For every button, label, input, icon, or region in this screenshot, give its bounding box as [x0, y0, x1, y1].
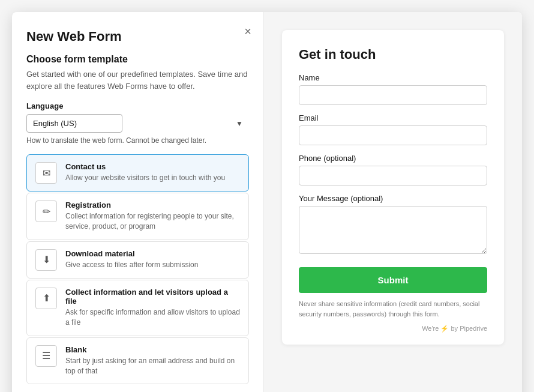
template-item-blank[interactable]: ☰ Blank Start by just asking for an emai… [26, 337, 249, 385]
modal-title: New Web Form [26, 29, 249, 44]
powered-by: We're ⚡ by Pipedrive [299, 325, 487, 333]
modal-container: New Web Form × Choose form template Get … [12, 12, 522, 392]
privacy-note: Never share sensitive information (credi… [299, 299, 487, 319]
preview-field-input-2[interactable] [299, 166, 487, 185]
preview-field-input-3[interactable] [299, 206, 487, 254]
preview-field-input-0[interactable] [299, 85, 487, 105]
template-icon-registration: ✏ [35, 201, 57, 222]
template-info-registration: Registration Collect information for reg… [65, 201, 240, 232]
preview-field-label-1: Email [299, 113, 487, 122]
template-info-upload: Collect information and let visitors upl… [65, 288, 240, 328]
preview-field-input-1[interactable] [299, 125, 487, 145]
chevron-down-icon: ▼ [236, 119, 243, 128]
template-item-upload[interactable]: ⬆ Collect information and let visitors u… [26, 280, 249, 336]
template-item-registration[interactable]: ✏ Registration Collect information for r… [26, 193, 249, 240]
left-panel: New Web Form × Choose form template Get … [12, 12, 264, 392]
preview-field-3: Your Message (optional) [299, 194, 487, 256]
template-icon-upload: ⬆ [35, 288, 57, 309]
template-item-download[interactable]: ⬇ Download material Give access to files… [26, 241, 249, 279]
template-item-contact[interactable]: ✉ Contact us Allow your website visitors… [26, 154, 249, 191]
language-hint: How to translate the web form. Cannot be… [26, 136, 249, 145]
template-name-blank: Blank [65, 345, 240, 354]
template-desc-registration: Collect information for registering peop… [65, 211, 240, 232]
powered-by-text: We're ⚡ by Pipedrive [422, 325, 487, 332]
preview-title: Get in touch [299, 47, 487, 62]
template-desc-blank: Start by just asking for an email addres… [65, 356, 240, 377]
template-desc-contact: Allow your website visitors to get in to… [65, 173, 240, 183]
language-select-wrapper: English (US) English (UK) Spanish French… [26, 114, 249, 133]
footer-buttons: Create form Cancel [26, 389, 249, 392]
form-preview: Get in touch NameEmailPhone (optional)Yo… [282, 30, 504, 345]
preview-field-label-2: Phone (optional) [299, 154, 487, 163]
language-select[interactable]: English (US) English (UK) Spanish French… [26, 114, 122, 133]
template-name-upload: Collect information and let visitors upl… [65, 288, 240, 306]
template-icon-download: ⬇ [35, 249, 57, 271]
section-desc: Get started with one of our predefined t… [26, 68, 249, 92]
preview-field-label-3: Your Message (optional) [299, 194, 487, 203]
language-label: Language [26, 101, 249, 110]
template-name-contact: Contact us [65, 162, 240, 171]
preview-field-2: Phone (optional) [299, 154, 487, 185]
section-title: Choose form template [26, 54, 249, 65]
template-info-download: Download material Give access to files a… [65, 249, 240, 270]
template-name-download: Download material [65, 249, 240, 258]
template-desc-upload: Ask for specific information and allow v… [65, 307, 240, 328]
lightning-icon: ⚡ [440, 325, 449, 332]
template-icon-blank: ☰ [35, 345, 57, 367]
template-list: ✉ Contact us Allow your website visitors… [26, 154, 249, 384]
right-panel: Get in touch NameEmailPhone (optional)Yo… [264, 12, 522, 392]
template-desc-download: Give access to files after form submissi… [65, 260, 240, 270]
template-name-registration: Registration [65, 201, 240, 210]
preview-field-1: Email [299, 113, 487, 145]
preview-field-0: Name [299, 73, 487, 105]
close-button[interactable]: × [244, 25, 251, 37]
preview-field-label-0: Name [299, 73, 487, 82]
submit-button[interactable]: Submit [299, 267, 487, 293]
template-info-blank: Blank Start by just asking for an email … [65, 345, 240, 377]
template-info-contact: Contact us Allow your website visitors t… [65, 162, 240, 183]
template-icon-contact: ✉ [35, 162, 57, 184]
